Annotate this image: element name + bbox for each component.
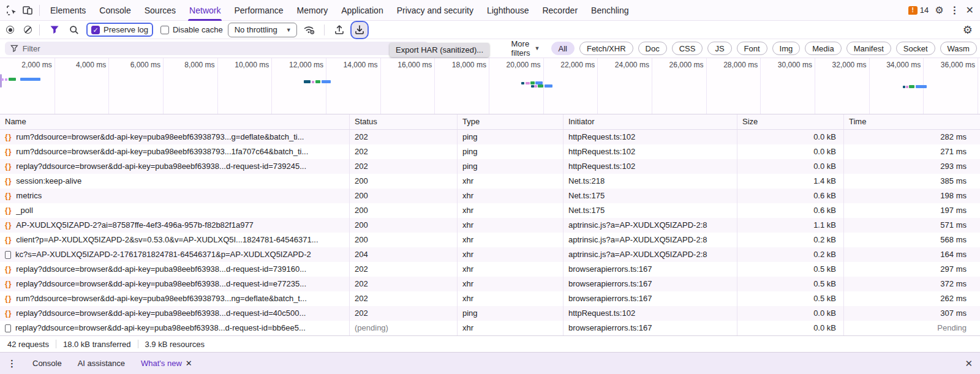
table-row[interactable]: kc?s=AP-XUDLXQ5IZAPD-2-1761781824781-645… bbox=[0, 247, 980, 262]
table-row[interactable]: {}replay?ddsource=browser&dd-api-key=pub… bbox=[0, 159, 980, 174]
request-name-cell[interactable]: {}AP-XUDLXQ5IZAPD-2?ai=87587ffe-4ef3-496… bbox=[0, 218, 349, 233]
tab-privacy-and-security[interactable]: Privacy and security bbox=[390, 0, 480, 21]
filter-chip-socket[interactable]: Socket bbox=[896, 42, 935, 55]
request-initiator-cell[interactable]: aptrinsic.js?a=AP-XUDLXQ5IZAPD-2:8 bbox=[563, 233, 737, 247]
tab-performance[interactable]: Performance bbox=[227, 0, 290, 21]
more-options-kebab-icon[interactable]: ⋮ bbox=[950, 6, 960, 15]
inspect-element-icon[interactable] bbox=[4, 2, 20, 18]
filter-input[interactable] bbox=[23, 44, 423, 53]
table-row[interactable]: replay?ddsource=browser&dd-api-key=puba9… bbox=[0, 321, 980, 335]
filter-chip-media[interactable]: Media bbox=[805, 42, 841, 55]
network-settings-gear-icon[interactable]: ⚙ bbox=[963, 24, 980, 36]
request-initiator-cell[interactable]: Net.ts:218 bbox=[563, 174, 737, 189]
column-header-name[interactable]: Name bbox=[0, 114, 349, 129]
column-header-type[interactable]: Type bbox=[457, 114, 563, 129]
column-header-size[interactable]: Size bbox=[737, 114, 843, 129]
filter-chip-fetch-xhr[interactable]: Fetch/XHR bbox=[579, 42, 633, 55]
network-conditions-icon[interactable] bbox=[302, 23, 317, 37]
waterfall-mark-blue bbox=[545, 84, 552, 88]
overview-left-handle[interactable] bbox=[0, 74, 2, 88]
column-header-initiator[interactable]: Initiator bbox=[563, 114, 737, 129]
tab-benchling[interactable]: Benchling bbox=[584, 0, 636, 21]
request-name-cell[interactable]: kc?s=AP-XUDLXQ5IZAPD-2-1761781824781-645… bbox=[0, 247, 349, 262]
request-initiator-cell[interactable]: browserapierrors.ts:167 bbox=[563, 277, 737, 291]
table-row[interactable]: {}client?p=AP-XUDLXQ5IZAPD-2&sv=0.53.0&v… bbox=[0, 233, 980, 247]
clear-network-log-button[interactable] bbox=[24, 26, 32, 34]
settings-gear-icon[interactable]: ⚙ bbox=[935, 6, 943, 15]
request-name-cell[interactable]: {}replay?ddsource=browser&dd-api-key=pub… bbox=[0, 262, 349, 277]
request-name-cell[interactable]: {}_poll bbox=[0, 203, 349, 218]
tab-lighthouse[interactable]: Lighthouse bbox=[480, 0, 536, 21]
table-row[interactable]: {}replay?ddsource=browser&dd-api-key=pub… bbox=[0, 277, 980, 291]
close-whats-new-icon[interactable]: ✕ bbox=[186, 359, 192, 368]
tab-sources[interactable]: Sources bbox=[138, 0, 183, 21]
request-name-cell[interactable]: {}rum?ddsource=browser&dd-api-key=puba98… bbox=[0, 144, 349, 159]
column-header-time[interactable]: Time bbox=[843, 114, 980, 129]
request-name-cell[interactable]: {}replay?ddsource=browser&dd-api-key=pub… bbox=[0, 159, 349, 174]
request-initiator-cell[interactable]: httpRequest.ts:102 bbox=[563, 144, 737, 159]
request-name-cell[interactable]: replay?ddsource=browser&dd-api-key=puba9… bbox=[0, 321, 349, 335]
waterfall-mark-green bbox=[9, 78, 16, 81]
table-row[interactable]: {}replay?ddsource=browser&dd-api-key=pub… bbox=[0, 262, 980, 277]
tab-memory[interactable]: Memory bbox=[290, 0, 335, 21]
table-row[interactable]: {}replay?ddsource=browser&dd-api-key=pub… bbox=[0, 306, 980, 321]
request-name-cell[interactable]: {}metrics bbox=[0, 189, 349, 203]
tab-recorder[interactable]: Recorder bbox=[535, 0, 584, 21]
close-devtools-icon[interactable]: ✕ bbox=[966, 6, 974, 15]
drawer-tab-console[interactable]: Console bbox=[32, 359, 62, 368]
disable-cache-checkbox[interactable]: Disable cache bbox=[160, 25, 223, 34]
request-name-cell[interactable]: {}client?p=AP-XUDLXQ5IZAPD-2&sv=0.53.0&v… bbox=[0, 233, 349, 247]
table-row[interactable]: {}AP-XUDLXQ5IZAPD-2?ai=87587ffe-4ef3-496… bbox=[0, 218, 980, 233]
filter-chip-css[interactable]: CSS bbox=[672, 42, 703, 55]
filter-chip-all[interactable]: All bbox=[551, 42, 575, 55]
search-icon[interactable] bbox=[67, 23, 81, 37]
tab-network[interactable]: Network bbox=[183, 0, 227, 21]
request-initiator-cell[interactable]: httpRequest.ts:102 bbox=[563, 130, 737, 144]
preserve-log-checkbox[interactable]: ✓ Preserve log bbox=[91, 25, 148, 34]
request-initiator-cell[interactable]: httpRequest.ts:102 bbox=[563, 159, 737, 174]
table-row[interactable]: {}rum?ddsource=browser&dd-api-key=puba98… bbox=[0, 130, 980, 144]
tab-application[interactable]: Application bbox=[334, 0, 390, 21]
column-header-status[interactable]: Status bbox=[349, 114, 457, 129]
request-initiator-cell[interactable]: browserapierrors.ts:167 bbox=[563, 262, 737, 277]
device-toolbar-icon[interactable] bbox=[20, 2, 36, 18]
table-row[interactable]: {}metrics200xhrNet.ts:1750.6 kB198 ms bbox=[0, 189, 980, 203]
filter-chip-font[interactable]: Font bbox=[737, 42, 767, 55]
timeline-tick-label: 32,000 ms bbox=[812, 61, 867, 69]
more-filters-button[interactable]: More filters ▼ bbox=[511, 39, 540, 58]
table-row[interactable]: {}_poll200xhrNet.ts:1750.6 kB197 ms bbox=[0, 203, 980, 218]
filter-chip-img[interactable]: Img bbox=[772, 42, 801, 55]
table-row[interactable]: {}rum?ddsource=browser&dd-api-key=puba98… bbox=[0, 144, 980, 159]
request-initiator-cell[interactable]: aptrinsic.js?a=AP-XUDLXQ5IZAPD-2:8 bbox=[563, 218, 737, 233]
request-name-cell[interactable]: {}replay?ddsource=browser&dd-api-key=pub… bbox=[0, 277, 349, 291]
request-name-cell[interactable]: {}replay?ddsource=browser&dd-api-key=pub… bbox=[0, 306, 349, 321]
request-initiator-cell[interactable]: httpRequest.ts:102 bbox=[563, 306, 737, 321]
filter-funnel-icon[interactable] bbox=[47, 23, 62, 37]
request-initiator-cell[interactable]: aptrinsic.js?a=AP-XUDLXQ5IZAPD-2:8 bbox=[563, 247, 737, 262]
record-network-log-button[interactable] bbox=[6, 26, 14, 34]
request-initiator-cell[interactable]: Net.ts:175 bbox=[563, 203, 737, 218]
filter-chip-wasm[interactable]: Wasm bbox=[940, 42, 977, 55]
drawer-tab-ai-assistance[interactable]: AI assistance bbox=[78, 359, 125, 368]
request-initiator-cell[interactable]: browserapierrors.ts:167 bbox=[563, 291, 737, 306]
request-initiator-cell[interactable]: browserapierrors.ts:167 bbox=[563, 321, 737, 335]
drawer-tab-whats-new[interactable]: What's new ✕ bbox=[141, 359, 192, 368]
import-har-icon[interactable] bbox=[332, 23, 347, 37]
request-name-cell[interactable]: {}rum?ddsource=browser&dd-api-key=puba98… bbox=[0, 130, 349, 144]
request-name-cell[interactable]: {}rum?ddsource=browser&dd-api-key=puba98… bbox=[0, 291, 349, 306]
filter-chip-manifest[interactable]: Manifest bbox=[846, 42, 891, 55]
request-name-cell[interactable]: {}session:keep-alive bbox=[0, 174, 349, 189]
drawer-kebab-icon[interactable]: ⋮ bbox=[7, 358, 17, 369]
network-overview-timeline[interactable]: 2,000 ms4,000 ms6,000 ms8,000 ms10,000 m… bbox=[0, 58, 980, 114]
throttling-select[interactable]: No throttling ▼ bbox=[228, 23, 297, 37]
table-row[interactable]: {}rum?ddsource=browser&dd-api-key=puba98… bbox=[0, 291, 980, 306]
filter-chip-js[interactable]: JS bbox=[707, 42, 731, 55]
table-row[interactable]: {}session:keep-alive200xhrNet.ts:2181.4 … bbox=[0, 174, 980, 189]
export-har-button[interactable] bbox=[352, 22, 368, 38]
close-drawer-icon[interactable]: ✕ bbox=[965, 358, 973, 369]
filter-chip-doc[interactable]: Doc bbox=[638, 42, 667, 55]
issues-counter[interactable]: ! 14 bbox=[908, 6, 929, 15]
request-initiator-cell[interactable]: Net.ts:175 bbox=[563, 189, 737, 203]
tab-console[interactable]: Console bbox=[92, 0, 137, 21]
tab-elements[interactable]: Elements bbox=[43, 0, 92, 21]
